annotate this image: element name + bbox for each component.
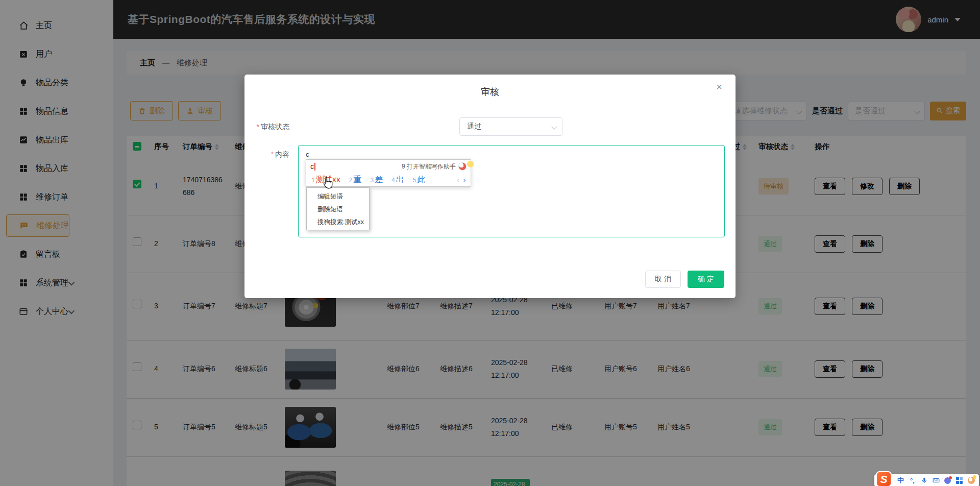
toolbox-grid-icon[interactable] — [953, 477, 965, 484]
ime-prev-page-icon[interactable]: ‹ — [457, 176, 459, 184]
sogou-ime-toolbar: S 中 °, — [874, 474, 979, 486]
sogou-logo-icon[interactable]: S — [876, 471, 892, 486]
ime-context-menu: 编辑短语 删除短语 搜狗搜索:测试xx — [306, 187, 370, 230]
ime-next-page-icon[interactable]: › — [463, 176, 465, 184]
emoji-icon[interactable] — [965, 477, 977, 484]
skin-persona-icon[interactable] — [942, 477, 953, 484]
modal-title: 审核 — [244, 86, 736, 98]
cancel-button[interactable]: 取 消 — [645, 271, 681, 288]
menu-item-delete-phrase[interactable]: 删除短语 — [307, 203, 369, 216]
ime-lang-mode[interactable]: 中 — [895, 476, 906, 485]
ime-candidate-2[interactable]: 2重 — [349, 175, 362, 185]
app-screen: 主页 用户 物品分类 物品信息 物品出库 物品入库 维修订单 维 — [0, 0, 980, 486]
ime-caret — [314, 163, 315, 171]
audit-status-select[interactable]: 通过 — [459, 117, 562, 136]
ime-composition: c — [310, 162, 314, 171]
ime-candidate-1[interactable]: 1测试xx — [311, 175, 340, 185]
ai-assistant-icon[interactable] — [458, 162, 467, 171]
keyboard-icon[interactable] — [930, 477, 942, 484]
status-field-label: *审核状态 — [244, 123, 289, 132]
menu-item-sogou-search[interactable]: 搜狗搜索:测试xx — [307, 216, 369, 229]
close-icon[interactable]: × — [716, 82, 722, 92]
menu-item-edit-phrase[interactable]: 编辑短语 — [307, 190, 369, 203]
ime-candidate-5[interactable]: 5此 — [413, 175, 426, 185]
ime-candidate-window: c 9 打开智能写作助手 1测试xx 2重 3差 4出 5此 ‹ › — [306, 159, 471, 187]
ime-candidate-3[interactable]: 3差 — [370, 175, 383, 185]
ime-candidate-4[interactable]: 4出 — [391, 175, 404, 185]
spark-icon — [467, 161, 474, 167]
ime-assistant-hint[interactable]: 9 打开智能写作助手 — [402, 162, 467, 171]
confirm-button[interactable]: 确 定 — [688, 271, 724, 288]
ime-punctuation-icon[interactable]: °, — [906, 477, 918, 484]
chevron-down-icon — [551, 124, 557, 129]
content-field-label: *内容 — [244, 150, 289, 159]
microphone-icon[interactable] — [918, 477, 930, 484]
